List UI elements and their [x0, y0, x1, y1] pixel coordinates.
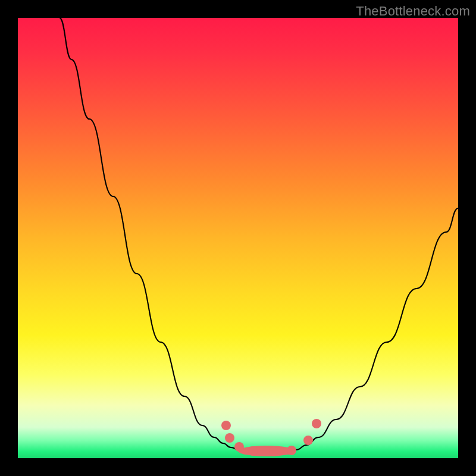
- valley-floor-marker: [238, 446, 295, 456]
- valley-dots-group: [221, 419, 321, 456]
- valley-dot: [221, 421, 231, 430]
- watermark-text: TheBottleneck.com: [356, 4, 470, 19]
- valley-dot: [248, 446, 258, 456]
- left-v-branch: [60, 18, 239, 450]
- valley-dot: [303, 436, 313, 445]
- curve-svg: [18, 18, 458, 458]
- plot-area: [18, 18, 458, 458]
- valley-dot: [312, 419, 321, 428]
- right-v-branch: [296, 208, 458, 450]
- valley-dot: [287, 446, 296, 455]
- valley-dot: [234, 442, 244, 452]
- outer-frame: TheBottleneck.com: [0, 0, 476, 476]
- valley-dot: [225, 433, 234, 443]
- valley-dot: [269, 447, 278, 456]
